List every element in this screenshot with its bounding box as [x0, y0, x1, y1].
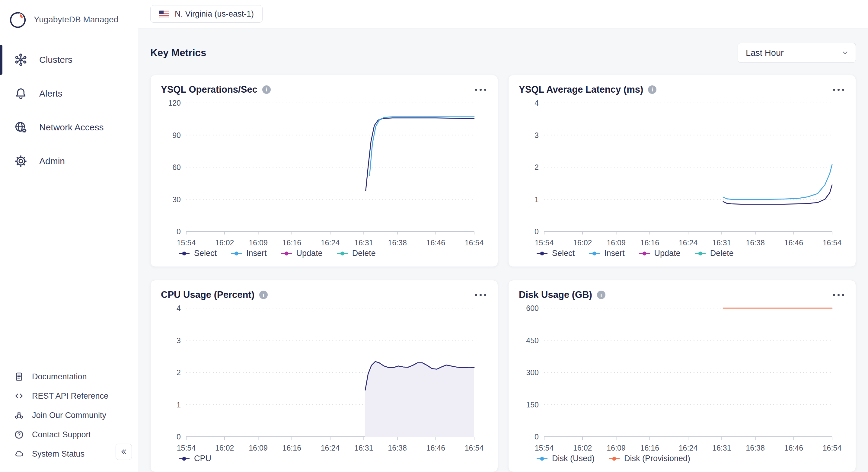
chart-legend: SelectInsertUpdateDelete	[519, 245, 845, 260]
svg-text:90: 90	[172, 131, 181, 139]
info-icon[interactable]	[262, 86, 271, 94]
card-more-menu[interactable]	[832, 86, 845, 94]
sidebar-nav: Clusters Alerts Network Access	[0, 43, 138, 178]
chart-canvas: 015030045060015:5416:0216:0916:1616:2416…	[519, 300, 845, 460]
svg-text:150: 150	[526, 401, 539, 409]
legend-item-update[interactable]: Update	[639, 249, 681, 258]
svg-text:2: 2	[177, 368, 181, 377]
chart-canvas: 0123415:5416:0216:0916:1616:2416:3116:38…	[519, 95, 845, 254]
svg-text:3: 3	[534, 131, 539, 139]
legend-item-select[interactable]: Select	[178, 249, 217, 258]
footer-item-label: System Status	[32, 449, 85, 459]
sidebar-item-contact-support[interactable]: Contact Support	[0, 425, 138, 444]
sidebar-item-label: Admin	[39, 156, 65, 166]
sidebar-divider	[8, 359, 130, 359]
footer-item-label: Join Our Community	[32, 411, 106, 420]
support-icon	[14, 430, 24, 440]
sidebar-item-admin[interactable]: Admin	[0, 144, 138, 178]
sidebar-item-network-access[interactable]: Network Access	[0, 111, 138, 144]
svg-text:1: 1	[177, 401, 181, 409]
legend-item-insert[interactable]: Insert	[589, 249, 625, 258]
clusters-icon	[14, 53, 28, 67]
info-icon[interactable]	[597, 291, 606, 299]
legend-item-disk-used[interactable]: Disk (Used)	[536, 454, 595, 463]
svg-text:0: 0	[534, 227, 539, 236]
sidebar: YugabyteDB Managed Clusters Alerts	[0, 0, 138, 472]
svg-text:4: 4	[534, 99, 539, 107]
svg-text:4: 4	[177, 304, 181, 312]
ysql-latency-chart: 0123415:5416:0216:0916:1616:2416:3116:38…	[519, 95, 845, 245]
legend-marker-icon	[281, 251, 292, 256]
legend-marker-icon	[639, 251, 650, 256]
disk-usage-chart: 015030045060015:5416:0216:0916:1616:2416…	[519, 300, 845, 450]
legend-item-cpu[interactable]: CPU	[178, 454, 211, 463]
info-icon[interactable]	[259, 291, 268, 299]
legend-label: Update	[654, 249, 681, 258]
svg-text:2: 2	[534, 163, 539, 171]
svg-text:1: 1	[534, 195, 539, 204]
chart-canvas: 030609012015:5416:0216:0916:1616:2416:31…	[161, 95, 488, 254]
legend-item-select[interactable]: Select	[536, 249, 575, 258]
card-title: CPU Usage (Percent)	[161, 289, 254, 300]
app-logo[interactable]: YugabyteDB Managed	[0, 0, 138, 35]
legend-item-delete[interactable]: Delete	[694, 249, 734, 258]
sidebar-item-documentation[interactable]: Documentation	[0, 367, 138, 386]
info-icon[interactable]	[648, 86, 656, 94]
legend-item-delete[interactable]: Delete	[337, 249, 376, 258]
sidebar-item-join-our-community[interactable]: Join Our Community	[0, 406, 138, 425]
topbar: N. Virginia (us-east-1)	[138, 0, 868, 28]
card-more-menu[interactable]	[474, 86, 488, 94]
time-range-select[interactable]: Last Hour	[738, 43, 856, 63]
metrics-grid: YSQL Operations/Sec 030609012015:5416:02…	[150, 75, 856, 472]
legend-item-disk-provisioned[interactable]: Disk (Provisioned)	[609, 454, 690, 463]
chart-legend: Disk (Used)Disk (Provisioned)	[519, 450, 845, 465]
chart-canvas: 0123415:5416:0216:0916:1616:2416:3116:38…	[161, 300, 488, 460]
legend-label: Disk (Used)	[552, 454, 595, 463]
footer-item-label: REST API Reference	[32, 391, 108, 401]
sidebar-item-rest-api-reference[interactable]: REST API Reference	[0, 386, 138, 406]
legend-label: Select	[194, 249, 217, 258]
yugabyte-logo-icon	[8, 10, 27, 29]
chevron-down-icon	[841, 49, 849, 57]
card-title: YSQL Operations/Sec	[161, 84, 257, 95]
svg-text:30: 30	[172, 195, 181, 204]
sidebar-item-alerts[interactable]: Alerts	[0, 77, 138, 111]
sidebar-item-clusters[interactable]: Clusters	[0, 43, 138, 77]
svg-text:450: 450	[526, 336, 539, 345]
legend-label: Insert	[604, 249, 625, 258]
legend-marker-icon	[337, 251, 348, 256]
chevrons-left-icon	[120, 448, 128, 456]
card-more-menu[interactable]	[474, 291, 488, 299]
sidebar-item-label: Alerts	[39, 88, 62, 99]
legend-marker-icon	[609, 457, 620, 461]
legend-marker-icon	[178, 457, 190, 461]
chart-legend: CPU	[161, 450, 488, 465]
alerts-bell-icon	[14, 87, 28, 100]
svg-text:0: 0	[177, 433, 181, 441]
sidebar-item-label: Clusters	[39, 55, 72, 65]
document-icon	[14, 372, 24, 382]
svg-text:120: 120	[168, 99, 181, 107]
time-range-value: Last Hour	[746, 48, 784, 58]
legend-item-update[interactable]: Update	[281, 249, 322, 258]
ysql-operations-chart: 030609012015:5416:0216:0916:1616:2416:31…	[161, 95, 488, 245]
legend-item-insert[interactable]: Insert	[230, 249, 267, 258]
svg-text:600: 600	[526, 304, 539, 312]
svg-text:0: 0	[177, 227, 181, 236]
card-more-menu[interactable]	[832, 291, 845, 299]
card-header: CPU Usage (Percent)	[161, 289, 488, 300]
legend-marker-icon	[694, 251, 706, 256]
card-title: YSQL Average Latency (ms)	[519, 84, 643, 95]
legend-label: CPU	[194, 454, 211, 463]
svg-text:0: 0	[534, 433, 539, 441]
admin-gear-icon	[14, 154, 28, 168]
sidebar-item-label: Network Access	[39, 122, 103, 132]
network-globe-icon	[14, 120, 28, 134]
legend-marker-icon	[178, 251, 190, 256]
sidebar-collapse-button[interactable]	[116, 444, 132, 460]
region-chip[interactable]: N. Virginia (us-east-1)	[150, 5, 262, 23]
card-header: YSQL Operations/Sec	[161, 84, 488, 95]
community-icon	[14, 410, 24, 420]
legend-label: Insert	[246, 249, 267, 258]
legend-marker-icon	[589, 251, 600, 256]
